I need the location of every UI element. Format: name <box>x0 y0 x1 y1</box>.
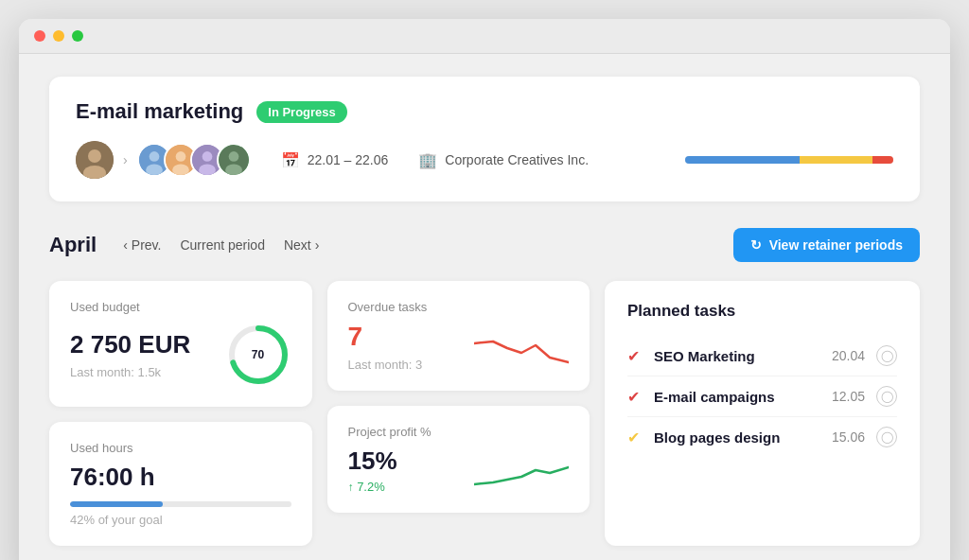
chevron-left-icon: ‹ <box>123 237 128 253</box>
svg-point-14 <box>225 164 242 175</box>
task-date-2: 15.06 <box>832 429 865 445</box>
svg-point-5 <box>146 164 163 175</box>
maximize-dot[interactable] <box>72 30 83 42</box>
project-header: E-mail marketing In Progress <box>76 99 893 124</box>
profit-sub-value: 7.2% <box>357 480 385 494</box>
svg-point-7 <box>175 151 185 162</box>
budget-left: 2 750 EUR Last month: 1.5k <box>70 330 190 379</box>
next-button[interactable]: Next › <box>276 234 326 256</box>
hours-progress-fill <box>70 501 163 507</box>
budget-card: Used budget 2 750 EUR Last month: 1.5k <box>49 281 312 407</box>
hours-label: Used hours <box>70 441 291 455</box>
period-nav: April ‹ Prev. Current period Next › ↻ Vi… <box>49 228 920 262</box>
profit-sub: ↑ 7.2% <box>348 480 397 494</box>
task-action-2[interactable]: ◯ <box>876 427 897 447</box>
budget-donut: 70 <box>225 322 291 388</box>
date-range-text: 22.01 – 22.06 <box>308 152 389 167</box>
svg-point-4 <box>149 151 159 162</box>
period-title: April <box>49 233 97 257</box>
task-left-0: ✔ SEO Marketing <box>627 347 755 364</box>
task-left-2: ✔ Blog pages design <box>627 429 780 446</box>
svg-point-10 <box>202 151 212 162</box>
progress-bar-container <box>685 156 893 164</box>
prev-button[interactable]: ‹ Prev. <box>115 234 168 256</box>
svg-point-8 <box>172 164 189 175</box>
task-row-1: ✔ E-mail campaigns 12.05 ◯ <box>627 376 897 417</box>
donut-label: 70 <box>252 348 264 361</box>
task-row-2: ✔ Blog pages design 15.06 ◯ <box>627 417 897 457</box>
date-range: 📅 22.01 – 22.06 <box>281 151 389 169</box>
task-check-0: ✔ <box>627 347 644 364</box>
hours-sub: 42% of your goal <box>70 513 291 527</box>
view-retainer-button[interactable]: ↻ View retainer periods <box>733 228 920 262</box>
hours-card: Used hours 76:00 h 42% of your goal <box>49 422 312 546</box>
middle-stats: Overdue tasks 7 Last month: 3 Project pr… <box>327 281 590 546</box>
chevron-right-icon: › <box>315 237 320 253</box>
left-stats: Used budget 2 750 EUR Last month: 1.5k <box>49 281 312 546</box>
avatar-4 <box>217 143 251 177</box>
project-card: E-mail marketing In Progress › <box>49 77 920 201</box>
avatar-group: › <box>76 141 251 179</box>
planned-tasks-card: Planned tasks ✔ SEO Marketing 20.04 ◯ ✔ <box>605 281 920 546</box>
progress-yellow <box>800 156 872 164</box>
profit-row: 15% ↑ 7.2% <box>348 446 570 494</box>
hours-value: 76:00 h <box>70 463 291 492</box>
overdue-value: 7 <box>348 322 423 352</box>
progress-bar <box>685 156 893 164</box>
calendar-icon: 📅 <box>281 151 300 169</box>
task-check-1: ✔ <box>627 388 644 405</box>
task-name-0: SEO Marketing <box>654 348 755 364</box>
status-badge: In Progress <box>256 101 347 123</box>
refresh-icon: ↻ <box>750 237 762 253</box>
minimize-dot[interactable] <box>53 30 64 42</box>
overdue-label: Overdue tasks <box>348 300 570 314</box>
task-action-0[interactable]: ◯ <box>876 345 897 366</box>
svg-point-13 <box>228 151 238 162</box>
svg-point-1 <box>88 149 101 163</box>
overdue-sparkline <box>474 334 569 372</box>
overdue-left: 7 Last month: 3 <box>348 322 423 372</box>
up-arrow-icon: ↑ <box>348 481 354 494</box>
task-left-1: ✔ E-mail campaigns <box>627 388 775 405</box>
company-meta: 🏢 Corporate Creatives Inc. <box>418 151 589 169</box>
prev-label: Prev. <box>132 237 162 253</box>
overdue-sub: Last month: 3 <box>348 358 423 372</box>
profit-card: Project profit % 15% ↑ 7.2% <box>327 406 590 513</box>
progress-red <box>872 156 893 164</box>
budget-label: Used budget <box>70 300 291 314</box>
progress-blue <box>685 156 800 164</box>
task-right-1: 12.05 ◯ <box>832 386 897 407</box>
overdue-row: 7 Last month: 3 <box>348 322 570 372</box>
period-controls: ‹ Prev. Current period Next › <box>115 234 326 256</box>
view-btn-label: View retainer periods <box>769 237 903 253</box>
chevron-icon: › <box>123 152 128 167</box>
planned-title: Planned tasks <box>627 302 897 321</box>
project-title: E-mail marketing <box>76 99 243 124</box>
avatar-main <box>76 141 114 179</box>
profit-left: 15% ↑ 7.2% <box>348 446 397 494</box>
task-right-0: 20.04 ◯ <box>832 345 897 366</box>
task-name-1: E-mail campaigns <box>654 389 775 405</box>
hours-progress-track <box>70 501 291 507</box>
svg-point-11 <box>199 164 216 175</box>
main-content: E-mail marketing In Progress › <box>19 54 950 560</box>
project-meta: › <box>76 141 893 179</box>
task-date-1: 12.05 <box>832 389 865 404</box>
close-dot[interactable] <box>34 30 45 42</box>
current-period-label: Current period <box>180 237 265 253</box>
stats-grid: Used budget 2 750 EUR Last month: 1.5k <box>49 281 920 546</box>
profit-value: 15% <box>348 446 397 476</box>
next-label: Next <box>284 237 311 253</box>
profit-sparkline <box>474 456 569 494</box>
period-left: April ‹ Prev. Current period Next › <box>49 233 326 257</box>
budget-sub: Last month: 1.5k <box>70 365 190 379</box>
task-right-2: 15.06 ◯ <box>832 427 897 447</box>
task-action-1[interactable]: ◯ <box>876 386 897 407</box>
task-check-2: ✔ <box>627 429 644 446</box>
overdue-card: Overdue tasks 7 Last month: 3 <box>327 281 590 391</box>
building-icon: 🏢 <box>418 151 437 169</box>
team-avatars <box>137 143 251 177</box>
budget-value-row: 2 750 EUR Last month: 1.5k 70 <box>70 322 291 388</box>
profit-label: Project profit % <box>348 425 570 439</box>
task-row-0: ✔ SEO Marketing 20.04 ◯ <box>627 336 897 376</box>
